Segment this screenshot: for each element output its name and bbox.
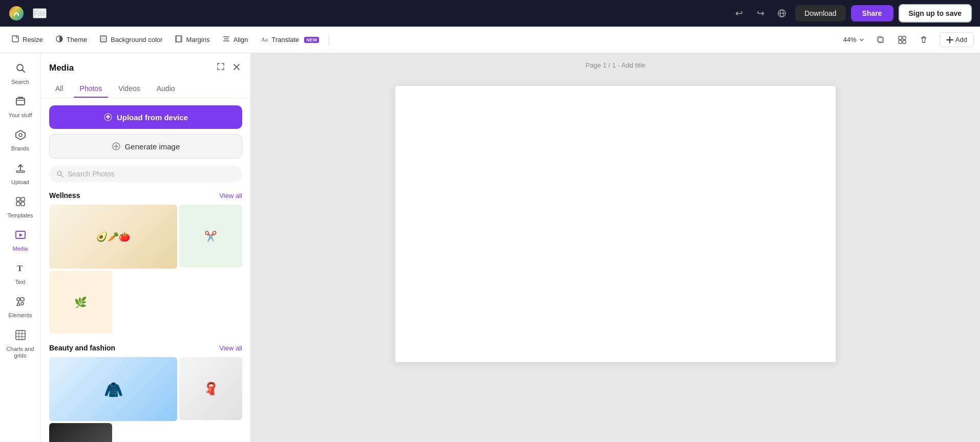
- top-nav-left: File: [8, 5, 47, 21]
- search-photos-input[interactable]: [68, 170, 235, 178]
- canva-logo-icon[interactable]: [8, 5, 25, 21]
- fashion-photo-1[interactable]: [49, 357, 177, 421]
- media-panel-header: Media: [41, 53, 250, 80]
- svg-point-26: [19, 134, 22, 137]
- sidebar-item-templates[interactable]: Templates: [2, 191, 39, 224]
- svg-point-35: [17, 298, 20, 301]
- wellness-photo-2[interactable]: [179, 205, 242, 268]
- svg-rect-39: [16, 330, 25, 340]
- add-button[interactable]: Add: [940, 32, 974, 47]
- translate-button[interactable]: Aa Translate NEW: [255, 32, 325, 48]
- background-color-icon: [99, 35, 108, 45]
- wellness-photo-1[interactable]: [49, 205, 177, 269]
- file-menu-button[interactable]: File: [33, 8, 47, 18]
- upload-cloud-icon: [103, 113, 113, 122]
- margins-button[interactable]: Margins: [169, 32, 215, 48]
- media-icon: [15, 229, 26, 244]
- align-button[interactable]: Align: [217, 32, 253, 48]
- search-box: [49, 166, 242, 182]
- search-icon: [15, 62, 26, 77]
- search-icon: [56, 170, 63, 178]
- svg-rect-30: [16, 202, 20, 206]
- main-layout: Search Your stuff Brands Upload Template: [0, 53, 980, 442]
- media-panel-title: Media: [49, 63, 74, 73]
- expand-icon: [217, 62, 225, 71]
- generate-image-button[interactable]: Generate image: [49, 134, 242, 159]
- sidebar-item-brands[interactable]: Brands: [2, 124, 39, 157]
- svg-rect-29: [21, 197, 25, 201]
- fashion-photo-3[interactable]: [49, 423, 112, 442]
- close-panel-button[interactable]: [231, 60, 242, 75]
- toolbar-divider: [328, 34, 329, 46]
- svg-rect-4: [12, 36, 18, 42]
- svg-rect-19: [903, 40, 906, 43]
- icon-sidebar: Search Your stuff Brands Upload Template: [0, 53, 41, 442]
- sidebar-templates-label: Templates: [7, 212, 33, 219]
- translate-label: Translate: [272, 36, 300, 43]
- generate-btn-label: Generate image: [125, 142, 180, 151]
- fashion-view-all[interactable]: View all: [219, 344, 242, 352]
- svg-marker-25: [16, 130, 25, 140]
- signup-button[interactable]: Sign up to save: [899, 4, 972, 23]
- media-content: Upload from device Generate image Wellne…: [41, 98, 250, 442]
- translate-new-badge: NEW: [304, 37, 319, 43]
- sidebar-text-label: Text: [15, 279, 25, 285]
- svg-line-23: [22, 70, 25, 73]
- sidebar-media-label: Media: [13, 246, 28, 252]
- copy-layout-button[interactable]: [871, 32, 890, 48]
- wellness-photo-3[interactable]: [49, 271, 112, 334]
- tab-audio[interactable]: Audio: [151, 80, 181, 98]
- background-color-label: Background color: [111, 36, 162, 43]
- brands-icon: [15, 129, 26, 143]
- margins-label: Margins: [186, 36, 209, 43]
- download-button[interactable]: Download: [795, 5, 845, 21]
- canvas-page[interactable]: [395, 86, 836, 362]
- sidebar-item-charts[interactable]: Charts and grids: [2, 324, 39, 364]
- background-color-button[interactable]: Background color: [94, 32, 167, 48]
- canvas-area[interactable]: Page 1 / 1 - Add title: [251, 53, 980, 442]
- top-nav: File ↩ ↪ Download Share Sign up to save: [0, 0, 980, 27]
- tab-videos[interactable]: Videos: [112, 80, 146, 98]
- trash-icon: [919, 35, 928, 45]
- svg-point-48: [57, 171, 61, 175]
- sidebar-brands-label: Brands: [11, 145, 29, 152]
- sidebar-upload-label: Upload: [11, 179, 29, 186]
- sidebar-item-elements[interactable]: Elements: [2, 291, 39, 324]
- svg-rect-6: [100, 36, 106, 42]
- resize-button[interactable]: Resize: [6, 32, 48, 48]
- share-button[interactable]: Share: [851, 5, 893, 21]
- tab-all[interactable]: All: [49, 80, 70, 98]
- redo-button[interactable]: ↪: [752, 5, 769, 21]
- sidebar-item-upload[interactable]: Upload: [2, 158, 39, 191]
- fashion-photo-2[interactable]: [179, 357, 242, 420]
- delete-button[interactable]: [914, 32, 933, 48]
- sidebar-item-search[interactable]: Search: [2, 57, 39, 91]
- upload-from-device-button[interactable]: Upload from device: [49, 105, 242, 129]
- zoom-value: 44%: [843, 36, 857, 43]
- sidebar-item-your-stuff[interactable]: Your stuff: [2, 91, 39, 124]
- text-icon: T: [15, 262, 26, 277]
- media-panel: Media All Photos Videos Audio Upload fro…: [41, 53, 251, 442]
- grid-icon: [898, 35, 907, 45]
- toolbar: Resize Theme Background color Margins Al…: [0, 27, 980, 53]
- add-icon: [946, 36, 953, 43]
- svg-rect-38: [21, 302, 24, 305]
- zoom-control[interactable]: 44%: [843, 36, 865, 43]
- fashion-photo-grid: [49, 357, 242, 442]
- svg-marker-37: [17, 302, 20, 305]
- copy-icon: [876, 35, 885, 45]
- sidebar-item-media[interactable]: Media: [2, 224, 39, 257]
- svg-rect-31: [21, 202, 25, 206]
- svg-rect-17: [903, 36, 906, 39]
- tab-photos[interactable]: Photos: [74, 80, 109, 98]
- sidebar-item-text[interactable]: T Text: [2, 257, 39, 291]
- theme-button[interactable]: Theme: [50, 32, 92, 48]
- expand-panel-button[interactable]: [215, 60, 227, 75]
- globe-button[interactable]: [774, 5, 790, 21]
- wellness-view-all[interactable]: View all: [219, 192, 242, 200]
- undo-button[interactable]: ↩: [731, 5, 747, 21]
- zoom-chevron-icon: [859, 37, 865, 43]
- align-icon: [222, 35, 230, 45]
- translate-icon: Aa: [261, 35, 269, 45]
- layout-settings-button[interactable]: [892, 32, 912, 48]
